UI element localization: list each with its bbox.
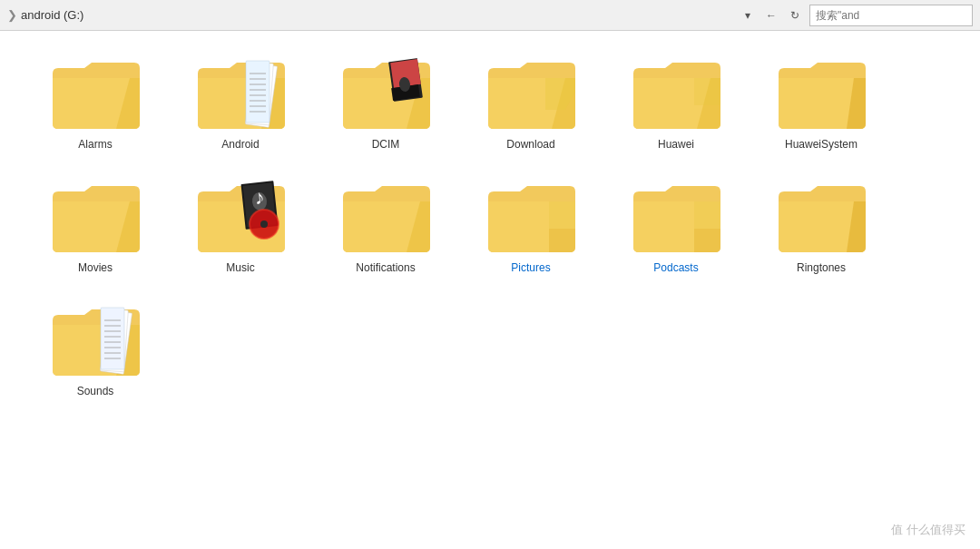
folder-item[interactable]: Pictures bbox=[463, 172, 599, 278]
folder-label: Android bbox=[221, 138, 259, 151]
svg-point-19 bbox=[260, 221, 268, 228]
folder-icon-pictures bbox=[481, 176, 581, 258]
folder-icon-huaweisystem bbox=[771, 53, 871, 134]
folder-label: Movies bbox=[78, 261, 113, 274]
folder-item[interactable]: Android bbox=[172, 49, 309, 154]
folder-item[interactable]: Notifications bbox=[318, 172, 454, 278]
folder-label: Notifications bbox=[356, 261, 415, 274]
folder-icon-movies bbox=[45, 176, 145, 258]
breadcrumb-separator: ❯ bbox=[7, 8, 17, 22]
folder-label: Ringtones bbox=[797, 261, 846, 274]
folder-item[interactable]: Ringtones bbox=[753, 172, 889, 278]
address-bar: ❯ android (G:) ▾ ← ↻ bbox=[0, 0, 980, 31]
folder-label: Huawei bbox=[658, 138, 694, 151]
folder-icon-alarms bbox=[45, 53, 145, 134]
folder-grid: Alarms Android bbox=[0, 31, 980, 419]
watermark: 值 什么值得买 bbox=[891, 522, 965, 538]
folder-icon-ringtones bbox=[771, 176, 871, 258]
folder-item[interactable]: Alarms bbox=[27, 49, 163, 154]
folder-item[interactable]: HuaweiSystem bbox=[753, 49, 889, 154]
folder-item[interactable]: Huawei bbox=[608, 49, 744, 154]
folder-icon-music: ♪ bbox=[191, 176, 290, 258]
folder-item[interactable]: Podcasts bbox=[608, 172, 744, 278]
folder-icon-sounds bbox=[45, 299, 145, 381]
folder-item[interactable]: Movies bbox=[27, 172, 163, 278]
folder-item[interactable]: ♪ Music bbox=[172, 172, 309, 278]
folder-label: DCIM bbox=[372, 138, 400, 151]
folder-icon-huawei bbox=[626, 53, 726, 134]
folder-icon-podcasts bbox=[626, 176, 726, 258]
nav-buttons: ▾ ← ↻ bbox=[737, 5, 806, 26]
folder-label: Download bbox=[506, 138, 554, 151]
folder-label: Podcasts bbox=[653, 261, 698, 274]
refresh-button[interactable]: ↻ bbox=[784, 5, 806, 26]
folder-label: HuaweiSystem bbox=[785, 138, 858, 151]
folder-item[interactable]: Sounds bbox=[27, 296, 163, 401]
svg-rect-24 bbox=[101, 308, 124, 369]
folder-icon-android bbox=[191, 53, 290, 134]
folder-label: Pictures bbox=[511, 261, 550, 274]
folder-label: Alarms bbox=[78, 138, 112, 151]
folder-icon-notifications bbox=[336, 176, 436, 258]
folder-item[interactable]: Download bbox=[463, 49, 599, 154]
back-button[interactable]: ← bbox=[760, 5, 782, 26]
folder-icon-dcim bbox=[336, 53, 436, 134]
breadcrumb: android (G:) bbox=[21, 8, 733, 22]
search-input[interactable] bbox=[809, 5, 973, 26]
folder-label: Sounds bbox=[77, 385, 114, 397]
dropdown-button[interactable]: ▾ bbox=[737, 5, 759, 26]
folder-icon-download bbox=[481, 53, 581, 134]
svg-rect-2 bbox=[246, 61, 270, 123]
folder-label: Music bbox=[226, 261, 254, 274]
folder-item[interactable]: DCIM bbox=[318, 49, 454, 154]
